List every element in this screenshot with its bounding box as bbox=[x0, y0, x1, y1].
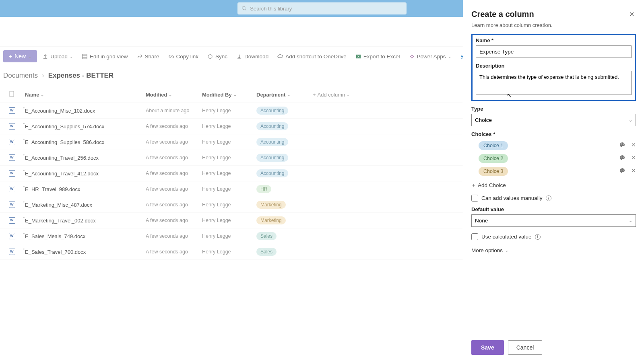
palette-icon[interactable] bbox=[619, 154, 625, 162]
modified-value: A few seconds ago bbox=[146, 186, 202, 192]
more-options-button[interactable]: More options ⌄ bbox=[471, 247, 636, 253]
name-input[interactable] bbox=[476, 45, 632, 58]
modifiedby-value[interactable]: Henry Legge bbox=[202, 108, 256, 113]
add-shortcut-button[interactable]: Add shortcut to OneDrive bbox=[274, 51, 350, 62]
remove-choice-icon[interactable]: ✕ bbox=[631, 154, 636, 162]
department-value: Accounting bbox=[256, 107, 313, 115]
modifiedby-value[interactable]: Henry Legge bbox=[202, 249, 256, 255]
chevron-down-icon: ⌄ bbox=[448, 54, 451, 59]
type-select[interactable]: Choice ⌄ bbox=[471, 114, 636, 126]
export-excel-button[interactable]: X Export to Excel bbox=[352, 51, 404, 62]
download-icon bbox=[236, 53, 242, 60]
description-input[interactable] bbox=[476, 71, 632, 95]
modifiedby-value[interactable]: Henry Legge bbox=[202, 171, 256, 176]
sync-button[interactable]: Sync bbox=[204, 51, 231, 62]
file-name[interactable]: E_Accounting_Misc_102.docx bbox=[25, 108, 95, 114]
palette-icon[interactable] bbox=[619, 142, 625, 150]
svg-rect-2 bbox=[83, 54, 87, 58]
choices-label: Choices * bbox=[471, 131, 636, 137]
plus-icon: + bbox=[9, 53, 12, 60]
sync-label: Sync bbox=[215, 53, 227, 60]
use-calculated-checkbox[interactable] bbox=[471, 233, 478, 240]
file-name[interactable]: E_Accounting_Supplies_574.docx bbox=[25, 123, 104, 130]
modified-value: A few seconds ago bbox=[146, 249, 202, 255]
plus-icon: + bbox=[472, 182, 475, 188]
breadcrumb-root[interactable]: Documents bbox=[3, 72, 38, 80]
file-name[interactable]: E_Marketing_Travel_002.docx bbox=[25, 218, 96, 224]
file-name[interactable]: E_Accounting_Travel_256.docx bbox=[25, 155, 99, 161]
highlighted-section: Name * Description bbox=[471, 34, 636, 101]
sync-icon bbox=[207, 53, 213, 60]
edit-grid-button[interactable]: Edit in grid view bbox=[78, 51, 132, 62]
file-name[interactable]: E_Sales_Travel_700.docx bbox=[25, 249, 86, 255]
col-header-name[interactable]: Name⌄ bbox=[25, 92, 146, 98]
info-icon[interactable]: i bbox=[546, 195, 551, 201]
search-input[interactable] bbox=[250, 6, 402, 12]
plus-icon: + bbox=[313, 92, 316, 98]
add-choice-button[interactable]: + Add Choice bbox=[471, 182, 636, 188]
cancel-button[interactable]: Cancel bbox=[508, 340, 543, 355]
download-button[interactable]: Download bbox=[233, 51, 272, 62]
add-column-button[interactable]: +Add column⌄ bbox=[313, 92, 369, 98]
col-header-department[interactable]: Department⌄ bbox=[256, 92, 313, 98]
file-name[interactable]: E_HR_Travel_989.docx bbox=[25, 186, 80, 192]
choice-pill[interactable]: Choice 1 bbox=[479, 141, 508, 150]
create-column-panel: Create a column ✕ Learn more about colum… bbox=[463, 0, 644, 362]
copy-link-button[interactable]: Copy link bbox=[165, 51, 202, 62]
modified-value: A few seconds ago bbox=[146, 171, 202, 176]
chevron-down-icon: ⌄ bbox=[41, 93, 44, 97]
type-value: Choice bbox=[475, 117, 492, 123]
new-button[interactable]: + New ⌄ bbox=[3, 50, 37, 62]
file-name[interactable]: E_Accounting_Supplies_586.docx bbox=[25, 139, 104, 145]
panel-footer: Save Cancel bbox=[471, 333, 636, 362]
chevron-down-icon: ⌄ bbox=[169, 93, 172, 97]
chevron-down-icon: ⌄ bbox=[347, 93, 350, 97]
add-choice-label: Add Choice bbox=[478, 182, 506, 188]
upload-button[interactable]: Upload ⌄ bbox=[39, 51, 76, 62]
modifiedby-value[interactable]: Henry Legge bbox=[202, 186, 256, 192]
modifiedby-value[interactable]: Henry Legge bbox=[202, 139, 256, 145]
remove-choice-icon[interactable]: ✕ bbox=[631, 167, 636, 175]
department-value: Sales bbox=[256, 248, 313, 256]
excel-icon: X bbox=[355, 53, 361, 60]
palette-icon[interactable] bbox=[619, 167, 625, 175]
modifiedby-value[interactable]: Henry Legge bbox=[202, 218, 256, 223]
choice-pill[interactable]: Choice 3 bbox=[479, 167, 508, 176]
close-button[interactable]: ✕ bbox=[627, 9, 636, 20]
modifiedby-value[interactable]: Henry Legge bbox=[202, 202, 256, 208]
can-add-manually-checkbox[interactable] bbox=[471, 195, 478, 202]
powerapps-label: Power Apps bbox=[417, 53, 446, 60]
choice-pill[interactable]: Choice 2 bbox=[479, 154, 508, 163]
file-name[interactable]: E_Sales_Meals_749.docx bbox=[25, 233, 85, 239]
default-value-select[interactable]: None ⌄ bbox=[471, 214, 636, 227]
excel-label: Export to Excel bbox=[363, 53, 400, 60]
modifiedby-value[interactable]: Henry Legge bbox=[202, 155, 256, 160]
remove-choice-icon[interactable]: ✕ bbox=[631, 142, 636, 150]
svg-text:X: X bbox=[357, 55, 359, 58]
svg-point-0 bbox=[242, 6, 245, 9]
edit-grid-label: Edit in grid view bbox=[90, 53, 128, 60]
svg-rect-8 bbox=[10, 91, 14, 97]
share-icon bbox=[137, 53, 143, 60]
can-add-manually-row: Can add values manually i bbox=[471, 195, 636, 202]
col-header-modified[interactable]: Modified⌄ bbox=[146, 92, 202, 98]
col-header-modifiedby[interactable]: Modified By⌄ bbox=[202, 92, 256, 98]
panel-title: Create a column bbox=[471, 10, 534, 19]
share-button[interactable]: Share bbox=[133, 51, 163, 62]
modifiedby-value[interactable]: Henry Legge bbox=[202, 233, 256, 239]
choice-row: Choice 1 ✕ bbox=[471, 141, 636, 150]
file-name[interactable]: E_Accounting_Travel_412.docx bbox=[25, 171, 99, 177]
modified-value: A few seconds ago bbox=[146, 139, 202, 145]
file-name[interactable]: E_Marketing_Misc_487.docx bbox=[25, 202, 92, 208]
upload-label: Upload bbox=[50, 53, 68, 60]
department-value: Accounting bbox=[256, 122, 313, 130]
info-icon[interactable]: i bbox=[535, 234, 541, 240]
modifiedby-value[interactable]: Henry Legge bbox=[202, 123, 256, 129]
panel-subtitle[interactable]: Learn more about column creation. bbox=[471, 22, 636, 28]
download-label: Download bbox=[244, 53, 268, 60]
power-apps-button[interactable]: Power Apps ⌄ bbox=[405, 51, 455, 62]
save-button[interactable]: Save bbox=[471, 340, 504, 355]
search-box[interactable] bbox=[237, 2, 407, 14]
name-label: Name * bbox=[476, 37, 632, 43]
modified-value: A few seconds ago bbox=[146, 123, 202, 129]
